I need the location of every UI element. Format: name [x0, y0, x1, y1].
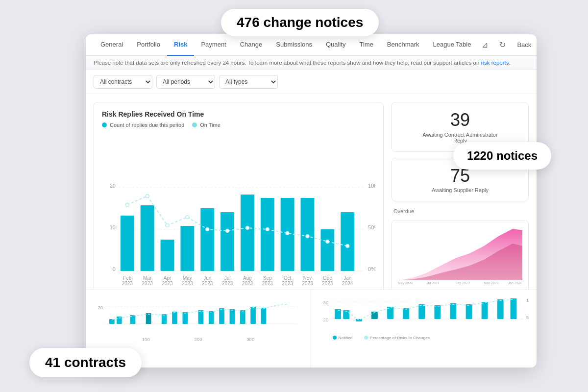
filter-select-1[interactable]: All contracts: [94, 75, 152, 89]
tab-benchmark[interactable]: Benchmark: [380, 34, 426, 56]
legend-replies: Count of replies due this period: [102, 122, 184, 128]
svg-rect-83: [261, 308, 267, 324]
svg-text:Jun: Jun: [203, 275, 211, 281]
svg-rect-79: [219, 308, 224, 324]
svg-text:Jul 2023: Jul 2023: [427, 281, 440, 285]
overdue-label: Overdue: [392, 207, 529, 214]
svg-rect-101: [497, 299, 504, 319]
svg-text:Mar: Mar: [143, 275, 152, 281]
svg-text:Oct: Oct: [284, 275, 292, 281]
svg-point-30: [306, 235, 309, 238]
tab-league-table[interactable]: League Table: [426, 34, 478, 56]
svg-rect-80: [230, 309, 235, 324]
svg-text:2023: 2023: [242, 281, 253, 286]
svg-text:2023: 2023: [162, 281, 173, 286]
notices-pill: 1220 notices: [453, 142, 551, 170]
main-chart-title: Risk Replies Received On Time: [102, 110, 375, 118]
svg-text:2023: 2023: [282, 281, 294, 286]
svg-rect-14: [220, 212, 234, 271]
svg-text:30: 30: [323, 300, 329, 305]
svg-rect-19: [320, 229, 334, 271]
tab-submissions[interactable]: Submissions: [269, 34, 319, 56]
tab-general[interactable]: General: [94, 34, 130, 56]
svg-text:Aug: Aug: [243, 275, 252, 281]
svg-point-32: [346, 245, 349, 248]
legend-dot-replies: [102, 122, 107, 127]
svg-rect-97: [434, 305, 441, 319]
svg-text:May 2023: May 2023: [398, 281, 413, 285]
svg-rect-76: [182, 312, 188, 324]
svg-rect-99: [466, 304, 472, 319]
contracts-pill: 41 contracts: [29, 348, 142, 377]
svg-point-27: [245, 226, 249, 230]
svg-text:Sep: Sep: [263, 275, 272, 281]
svg-rect-13: [200, 208, 214, 271]
svg-text:Jan: Jan: [343, 275, 351, 281]
svg-text:May: May: [183, 275, 192, 281]
svg-text:2024: 2024: [342, 281, 353, 286]
refresh-icon[interactable]: ↻: [495, 38, 509, 52]
change-notices-pill: 476 change notices: [221, 9, 379, 36]
svg-point-26: [226, 229, 229, 233]
svg-rect-9: [121, 216, 134, 271]
svg-rect-74: [162, 314, 167, 324]
svg-point-105: [364, 336, 368, 340]
svg-text:Nov: Nov: [303, 275, 312, 281]
svg-point-22: [146, 195, 149, 198]
tab-time[interactable]: Time: [352, 34, 380, 56]
svg-text:20: 20: [98, 305, 103, 310]
svg-text:100%: 100%: [526, 298, 529, 303]
svg-text:2023: 2023: [222, 281, 233, 286]
filter-icon[interactable]: ⊿: [478, 38, 491, 52]
svg-text:2023: 2023: [182, 281, 193, 286]
svg-text:Jul: Jul: [224, 275, 231, 281]
svg-point-31: [326, 240, 329, 244]
svg-rect-20: [341, 212, 354, 271]
filter-select-3[interactable]: All types: [219, 75, 278, 89]
svg-text:2023: 2023: [142, 281, 153, 286]
svg-rect-78: [209, 311, 214, 324]
svg-text:2023: 2023: [202, 281, 213, 286]
svg-text:20: 20: [110, 183, 116, 189]
svg-point-24: [186, 216, 189, 219]
svg-text:2023: 2023: [322, 281, 333, 286]
filter-select-2[interactable]: All periods: [156, 75, 215, 89]
tab-change[interactable]: Change: [233, 34, 270, 56]
svg-text:Notified: Notified: [339, 336, 353, 340]
svg-rect-92: [356, 319, 362, 321]
dashboard-panel: General Portfolio Risk Payment Change Su…: [86, 34, 537, 368]
svg-rect-81: [240, 310, 245, 324]
svg-rect-102: [511, 298, 517, 319]
back-button[interactable]: Back: [513, 39, 535, 50]
tab-payment[interactable]: Payment: [194, 34, 233, 56]
svg-rect-95: [403, 308, 409, 319]
svg-text:Feb: Feb: [123, 275, 132, 281]
stat-number-ca: 39: [400, 110, 520, 130]
bottom-chart-left-svg: 20 100 200 300: [94, 294, 303, 343]
tab-portfolio[interactable]: Portfolio: [130, 34, 167, 56]
svg-text:300: 300: [246, 337, 254, 342]
svg-text:2023: 2023: [302, 281, 313, 286]
svg-text:2023: 2023: [122, 281, 133, 286]
svg-text:200: 200: [194, 337, 202, 342]
tab-risk[interactable]: Risk: [167, 34, 194, 56]
tab-quality[interactable]: Quality: [319, 34, 352, 56]
filter-row: All contracts All periods All types: [86, 70, 537, 94]
svg-point-29: [286, 232, 289, 235]
chart-legend: Count of replies due this period On Time: [102, 122, 375, 128]
notice-bar: Please note that data sets are only refr…: [86, 56, 537, 70]
svg-rect-96: [418, 304, 425, 319]
svg-text:Jan 2024: Jan 2024: [508, 281, 522, 285]
svg-point-21: [125, 203, 129, 207]
svg-rect-98: [450, 303, 457, 319]
stat-label-ca: Awaiting Contract AdministratorReply: [400, 132, 520, 144]
bottom-charts: 20 100 200 300: [86, 289, 537, 368]
risk-reports-link[interactable]: risk reports: [481, 60, 509, 66]
svg-rect-16: [261, 198, 274, 271]
svg-point-28: [266, 228, 269, 231]
svg-rect-10: [141, 205, 154, 271]
svg-point-103: [333, 336, 337, 340]
svg-text:50%: 50%: [368, 224, 375, 230]
svg-rect-15: [241, 195, 254, 271]
svg-text:100%: 100%: [368, 183, 375, 189]
